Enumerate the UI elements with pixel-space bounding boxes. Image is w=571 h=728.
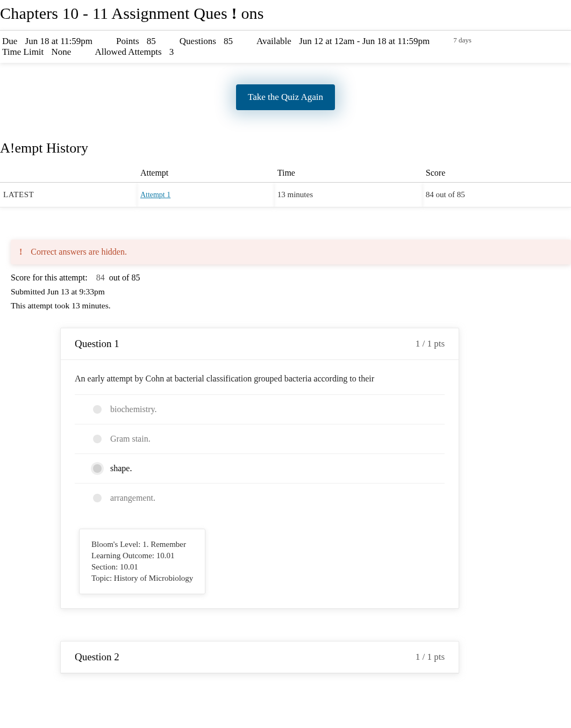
meta-points: Points 85 <box>114 36 156 47</box>
alert-icon: ! <box>19 247 22 257</box>
radio-icon <box>93 464 102 473</box>
answer-text: shape. <box>110 464 132 473</box>
meta-timelimit-label: Time Limit <box>2 47 44 57</box>
meta-line: Learning Outcome: 10.01 <box>91 550 193 561</box>
answer-text: arrangement. <box>110 493 155 503</box>
attempt-history-table: Attempt Time Score LATEST Attempt 1 13 m… <box>0 164 571 207</box>
score-value: 84 <box>96 273 105 282</box>
score-for-attempt: Score for this attempt: 84 out of 85 <box>11 271 571 285</box>
answer-list: biochemistry. Gram stain. shape. arrange… <box>61 389 459 529</box>
quiz-meta-bar: Due Jun 18 at 11:59pm Points 85 Question… <box>0 30 571 63</box>
answer-text: Gram stain. <box>110 434 151 444</box>
meta-line: Topic: History of Microbiology <box>91 573 193 584</box>
chevron-down-icon: ! <box>231 4 237 23</box>
question-points: 1 / 1 pts <box>416 338 445 349</box>
radio-icon <box>93 405 102 414</box>
meta-available-days: 7 days <box>451 36 472 47</box>
history-header-blank <box>0 164 137 183</box>
results-block: ! Correct answers are hidden. Score for … <box>0 207 571 313</box>
table-row: LATEST Attempt 1 13 minutes 84 out of 85 <box>0 183 571 207</box>
meta-allowed-label: Allowed Attempts <box>95 47 161 57</box>
radio-icon <box>93 435 102 443</box>
latest-badge: LATEST <box>0 183 137 207</box>
meta-available-value: Jun 12 at 12am - Jun 18 at 11:59pm <box>299 36 430 46</box>
question-card-2: Question 2 1 / 1 pts <box>60 641 459 674</box>
page-title: Chapters 10 - 11 Assignment Ques ! ons <box>0 0 571 30</box>
page-title-prefix: Chapters 10 - 11 Assignment Ques <box>0 4 227 22</box>
attempt-time: 13 minutes <box>274 183 423 207</box>
meta-allowed: Allowed Attempts 3 <box>92 47 174 57</box>
question-points: 1 / 1 pts <box>416 652 445 662</box>
question-card-1: Question 1 1 / 1 pts An early attempt by… <box>60 328 459 609</box>
meta-points-value: 85 <box>147 36 156 46</box>
answer-option: arrangement. <box>75 483 445 513</box>
submitted-line: Submitted Jun 13 at 9:33pm <box>11 285 571 299</box>
hidden-banner-text: Correct answers are hidden. <box>31 247 127 257</box>
meta-timelimit: Time Limit None <box>0 47 71 57</box>
answer-option: Gram stain. <box>75 424 445 453</box>
meta-due-label: Due <box>2 36 17 46</box>
attempt-duration-line: This attempt took 13 minutes. <box>11 299 571 313</box>
meta-line: Section: 10.01 <box>91 561 193 573</box>
attempt-score: 84 out of 85 <box>423 183 571 207</box>
attempt-history-prefix: A <box>0 140 10 156</box>
page-title-suffix: ons <box>241 4 263 22</box>
meta-available-label: Available <box>256 36 291 46</box>
answer-option: biochemistry. <box>75 394 445 424</box>
meta-questions-label: Questions <box>180 36 216 46</box>
answer-option-selected: shape. <box>75 453 445 483</box>
attempt-history-suffix: empt History <box>15 140 88 156</box>
meta-available: Available Jun 12 at 12am - Jun 18 at 11:… <box>254 36 430 47</box>
meta-timelimit-value: None <box>52 47 72 57</box>
score-label: Score for this attempt: <box>11 273 88 282</box>
history-header-attempt: Attempt <box>137 164 274 183</box>
question-prompt: An early attempt by Cohn at bacterial cl… <box>61 360 459 389</box>
meta-due: Due Jun 18 at 11:59pm <box>0 36 92 47</box>
correct-answers-hidden-banner: ! Correct answers are hidden. <box>11 240 571 264</box>
question-title: Question 2 <box>75 651 119 663</box>
meta-allowed-value: 3 <box>169 47 174 57</box>
question-header: Question 2 1 / 1 pts <box>61 641 459 673</box>
meta-questions: Questions 85 <box>177 36 233 47</box>
answer-text: biochemistry. <box>110 405 157 414</box>
meta-due-value: Jun 18 at 11:59pm <box>25 36 92 46</box>
radio-icon <box>93 494 102 502</box>
attempt-history-heading: A!empt History <box>0 137 571 164</box>
history-header-time: Time <box>274 164 423 183</box>
meta-line: Bloom's Level: 1. Remember <box>91 539 193 550</box>
take-quiz-again-button[interactable]: Take the Quiz Again <box>236 84 335 110</box>
history-header-score: Score <box>423 164 571 183</box>
meta-points-label: Points <box>116 36 139 46</box>
question-meta-box: Bloom's Level: 1. Remember Learning Outc… <box>79 529 205 594</box>
attempt-link[interactable]: Attempt 1 <box>140 191 170 199</box>
question-header: Question 1 1 / 1 pts <box>61 328 459 360</box>
score-suffix: out of 85 <box>109 273 140 282</box>
question-title: Question 1 <box>75 338 119 350</box>
meta-questions-value: 85 <box>224 36 233 46</box>
